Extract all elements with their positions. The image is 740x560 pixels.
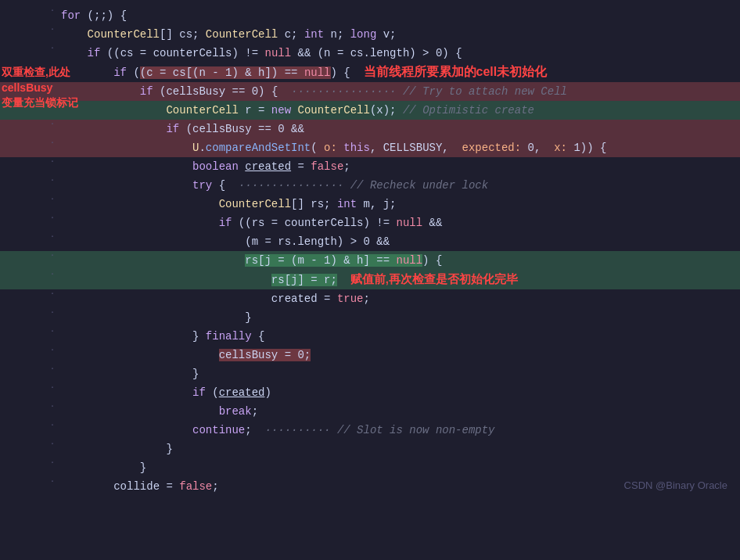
line-content: U.compareAndSetInt( o: this, CELLSBUSY, … (58, 138, 740, 157)
line-content: CounterCell[] cs; CounterCell c; int n; … (58, 25, 740, 44)
line-content: boolean created = false; (58, 157, 740, 176)
line-dot: · (47, 364, 58, 373)
line-dot: · (47, 458, 58, 467)
line-content: continue; ·········· // Slot is now non-… (58, 421, 740, 440)
code-line-11: · CounterCell[] rs; int m, j; (0, 195, 740, 214)
line-content: break; (58, 402, 740, 421)
code-line-7: · if (cellsBusy == 0 && (0, 120, 740, 138)
code-line-9: · boolean created = false; (0, 157, 740, 176)
line-content: } (58, 458, 740, 477)
line-content: (m = rs.length) > 0 && (58, 232, 740, 251)
line-dot: · (47, 6, 58, 15)
line-dot: · (47, 138, 58, 147)
code-line-5: · if (cellsBusy == 0) { ················… (0, 82, 740, 101)
line-content: created = true; (58, 289, 740, 308)
line-dot: · (47, 157, 58, 166)
line-content: if (cellsBusy == 0) { ················ /… (58, 82, 740, 101)
code-line-1: · for (;;) { (0, 6, 740, 25)
line-content: if (created) (58, 383, 740, 402)
line-content: for (;;) { (58, 6, 740, 25)
line-content: try { ················ // Recheck under … (58, 176, 740, 195)
annotation-uninit: 当前线程所要累加的cell未初始化 (364, 65, 548, 78)
code-line-10: · try { ················ // Recheck unde… (0, 176, 740, 195)
line-dot: · (47, 440, 58, 448)
code-line-20: · } (0, 364, 740, 383)
line-content: rs[j] = r; 赋值前,再次检查是否初始化完毕 (58, 270, 740, 289)
code-line-2: · CounterCell[] cs; CounterCell c; int n… (0, 25, 740, 44)
code-line-18: · } finally { (0, 327, 740, 346)
code-line-14: · rs[j = (m - 1) & h] == null) { (0, 251, 740, 270)
line-content: if (cellsBusy == 0 && (58, 120, 740, 138)
code-line-4: · if ((c = cs[(n - 1) & h]) == null) { 当… (0, 63, 740, 82)
line-content: } (58, 440, 740, 458)
line-dot: · (47, 383, 58, 392)
line-content: if ((c = cs[(n - 1) & h]) == null) { 当前线… (58, 63, 740, 82)
annotation-recheck: 赋值前,再次检查是否初始化完毕 (350, 272, 518, 285)
code-container: · for (;;) { · CounterCell[] cs; Counter… (0, 0, 740, 502)
line-dot: · (47, 195, 58, 203)
code-line-23: · continue; ·········· // Slot is now no… (0, 421, 740, 440)
line-dot: · (47, 477, 58, 486)
line-content: } finally { (58, 327, 740, 346)
code-line-17: · } (0, 308, 740, 327)
line-dot: · (47, 214, 58, 222)
line-dot: · (47, 270, 58, 278)
line-dot: · (47, 289, 58, 298)
code-line-15: · rs[j] = r; 赋值前,再次检查是否初始化完毕 (0, 270, 740, 289)
line-dot: · (47, 25, 58, 34)
code-line-12: · if ((rs = counterCells) != null && (0, 214, 740, 232)
line-content: CounterCell[] rs; int m, j; (58, 195, 740, 214)
line-dot: · (47, 232, 58, 241)
line-dot: · (47, 44, 58, 52)
code-line-16: · created = true; (0, 289, 740, 308)
code-line-24: · } (0, 440, 740, 458)
line-dot: · (47, 176, 58, 185)
code-line-6: · CounterCell r = new CounterCell(x); //… (0, 101, 740, 120)
code-line-22: · break; (0, 402, 740, 421)
line-dot: · (47, 346, 58, 354)
code-line-13: · (m = rs.length) > 0 && (0, 232, 740, 251)
watermark: CSDN @Binary Oracle (624, 479, 727, 491)
line-content: CounterCell r = new CounterCell(x); // O… (58, 101, 740, 120)
line-content: } (58, 308, 740, 327)
line-dot: · (47, 327, 58, 336)
annotation-left-block: 双重检查,此处cellsBusy变量充当锁标记 (2, 65, 88, 111)
line-content: cellsBusy = 0; (58, 346, 740, 364)
line-dot: · (47, 308, 58, 317)
code-line-8: · U.compareAndSetInt( o: this, CELLSBUSY… (0, 138, 740, 157)
code-line-21: · if (created) (0, 383, 740, 402)
line-dot: · (47, 421, 58, 429)
line-dot: · (47, 251, 58, 260)
line-content: rs[j = (m - 1) & h] == null) { (58, 251, 740, 270)
code-line-3: · if ((cs = counterCells) != null && (n … (0, 44, 740, 63)
line-content: } (58, 364, 740, 383)
line-dot: · (47, 402, 58, 411)
code-line-25: · } (0, 458, 740, 477)
line-dot: · (47, 120, 58, 128)
line-content: if ((rs = counterCells) != null && (58, 214, 740, 232)
line-content: if ((cs = counterCells) != null && (n = … (58, 44, 740, 63)
code-line-19: · cellsBusy = 0; (0, 346, 740, 364)
